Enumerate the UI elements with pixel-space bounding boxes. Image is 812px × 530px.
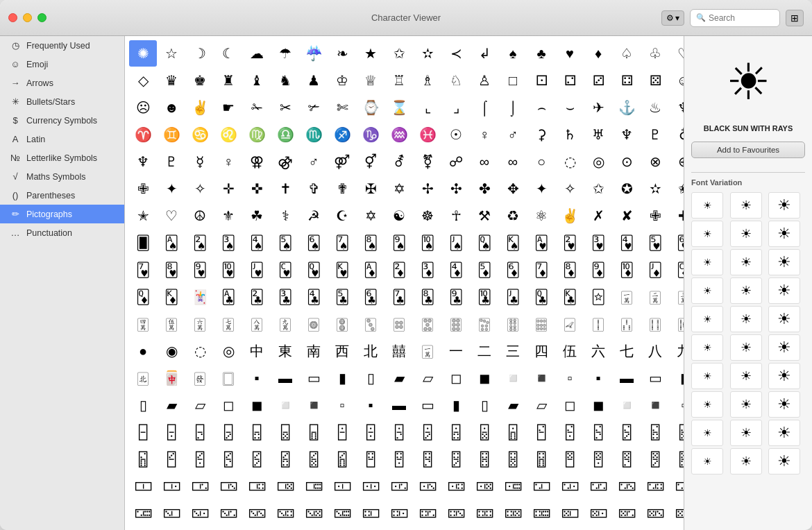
char-cell[interactable]: 🁬 [670,527,684,530]
char-cell[interactable]: ◎ [214,338,242,364]
char-cell[interactable]: 🂃 [471,446,498,472]
char-cell[interactable]: 🂸 [158,257,185,283]
char-cell[interactable]: 🁣 [414,527,441,530]
char-cell[interactable]: ⚜ [214,203,242,229]
char-cell[interactable]: 🁔 [556,500,584,527]
char-cell[interactable]: ⌟ [442,94,470,121]
char-cell[interactable]: 🂊 [670,446,684,472]
char-cell[interactable]: 🂻 [243,257,271,283]
font-var-cell[interactable]: ☀ [691,363,723,389]
char-cell[interactable]: ✭ [129,203,157,229]
char-cell[interactable]: 🁜 [214,527,242,530]
char-cell[interactable]: 🁽 [300,446,328,472]
char-cell[interactable]: 🂂 [442,446,470,472]
char-cell[interactable]: 🂡 [158,230,185,256]
char-cell[interactable]: 伍 [556,338,584,364]
char-cell[interactable]: 🀔 [670,311,684,337]
char-cell[interactable]: ♘ [442,67,470,94]
char-cell[interactable]: ♣ [527,40,555,67]
char-cell[interactable]: ⚤ [328,148,356,175]
char-cell[interactable]: ⌞ [414,94,441,121]
char-cell[interactable]: ☘ [243,203,271,229]
char-cell[interactable]: 🀆 [214,365,242,391]
char-cell[interactable]: 🀡 [527,311,555,337]
char-cell[interactable]: 🂺 [214,257,242,283]
char-cell[interactable]: 🁃 [641,473,669,499]
char-cell[interactable]: ▬ [271,365,299,391]
char-cell[interactable]: ✘ [613,203,641,229]
char-cell[interactable]: ♧ [641,40,669,67]
char-cell[interactable]: ♡ [158,203,185,229]
char-cell[interactable]: 🃖 [357,284,384,310]
char-cell[interactable]: ▮ [442,392,470,418]
char-cell[interactable]: ☔ [300,40,328,67]
char-cell[interactable]: ♥ [556,40,584,67]
char-cell[interactable]: 🁀 [556,473,584,499]
char-cell[interactable]: ✧ [556,176,584,202]
char-cell[interactable]: 🁲 [556,419,584,445]
char-cell[interactable]: ✪ [613,176,641,202]
char-cell[interactable]: ▬ [385,392,413,418]
char-cell[interactable]: 🃊 [613,257,641,283]
char-cell[interactable]: ▭ [414,392,441,418]
char-cell[interactable]: 🃑 [214,284,242,310]
char-cell[interactable]: 🃝 [527,284,555,310]
font-var-cell[interactable]: ☀ [768,334,800,361]
char-cell[interactable]: 八 [641,338,669,364]
char-cell[interactable]: ⌡ [499,94,527,121]
char-cell[interactable]: 🁶 [670,419,684,445]
char-cell[interactable]: ⊙ [613,148,641,175]
char-cell[interactable]: 🃅 [471,257,498,283]
char-cell[interactable]: 🃟 [584,284,612,310]
char-cell[interactable]: 🁗 [641,500,669,527]
char-cell[interactable]: ♞ [271,67,299,94]
char-cell[interactable]: ☥ [442,203,470,229]
char-cell[interactable]: 🀠 [499,311,527,337]
char-cell[interactable]: 🁁 [584,473,612,499]
font-var-cell[interactable]: ☀ [730,420,762,446]
char-cell[interactable]: ✠ [357,176,384,202]
char-cell[interactable]: ☺ [670,67,684,94]
char-cell[interactable]: 🀼 [442,473,470,499]
font-var-cell[interactable]: ☀ [768,192,800,219]
char-cell[interactable]: 🀜 [385,311,413,337]
char-cell[interactable]: 🁯 [471,419,498,445]
char-cell[interactable]: ▮ [328,365,356,391]
char-cell[interactable]: 🁱 [527,419,555,445]
char-cell[interactable]: ♙ [471,67,498,94]
font-var-cell[interactable]: ☀ [730,448,762,475]
char-cell[interactable]: 🀙 [300,311,328,337]
char-cell[interactable]: 🁝 [243,527,271,530]
char-cell[interactable]: ▰ [499,392,527,418]
char-cell[interactable]: ▯ [471,392,498,418]
char-cell[interactable]: 北 [357,338,384,364]
char-cell[interactable]: ◽ [271,392,299,418]
char-cell[interactable]: ✤ [471,176,498,202]
char-cell[interactable]: ∞ [471,148,498,175]
char-cell[interactable]: ⊗ [641,148,669,175]
char-cell[interactable]: 🁄 [670,473,684,499]
char-cell[interactable]: 🁙 [129,527,157,530]
char-cell[interactable]: 🁒 [499,500,527,527]
char-cell[interactable]: 🁢 [385,527,413,530]
char-cell[interactable]: 🂾 [328,257,356,283]
char-cell[interactable]: 🁟 [300,527,328,530]
char-cell[interactable]: 🁾 [328,446,356,472]
char-cell[interactable]: ♎ [271,121,299,148]
char-cell[interactable]: ♆ [670,94,684,121]
char-cell[interactable]: ☉ [442,121,470,148]
char-cell[interactable]: ♈ [129,121,157,148]
char-cell[interactable]: ◻ [442,365,470,391]
char-cell[interactable]: ◽ [613,392,641,418]
sidebar-item-currency-symbols[interactable]: $Currency Symbols [0,111,124,130]
char-cell[interactable]: ✧ [186,176,214,202]
char-cell[interactable]: 🂀 [385,446,413,472]
char-cell[interactable]: ♟ [300,67,328,94]
char-cell[interactable]: ★ [357,40,384,67]
char-cell[interactable]: ✡ [357,203,384,229]
char-cell[interactable]: 🀾 [499,473,527,499]
char-cell[interactable]: 🁭 [414,419,441,445]
char-cell[interactable]: 🂽 [300,257,328,283]
char-cell[interactable]: ♄ [556,121,584,148]
font-var-cell[interactable]: ☀ [730,221,762,247]
